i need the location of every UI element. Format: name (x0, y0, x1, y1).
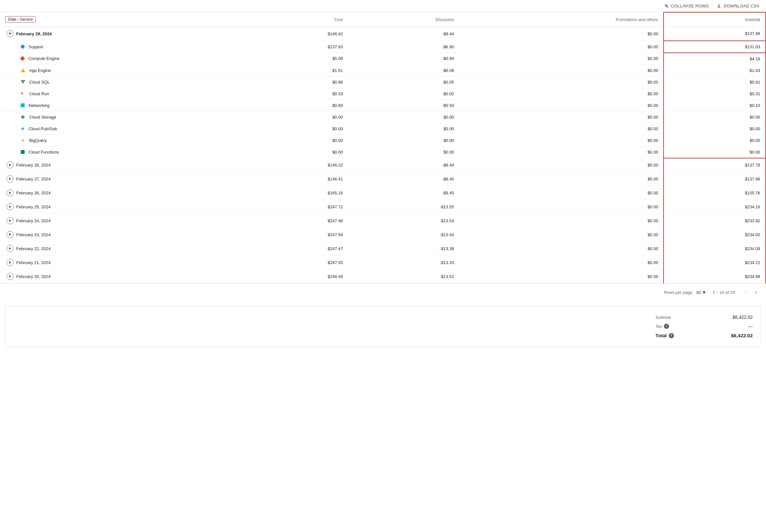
col-header-discounts: Discounts (348, 12, 459, 27)
collapsed-date-cell: February 25, 2024 (0, 200, 249, 214)
expand-row-button[interactable] (6, 189, 14, 196)
expand-row-button[interactable] (6, 245, 14, 252)
chevron-right-icon (9, 177, 11, 180)
service-promotions: $0.00 (459, 88, 664, 99)
prev-page-button[interactable]: ‹ (741, 288, 750, 297)
cloud-pubsub-icon (21, 127, 25, 131)
chevron-right-icon (9, 219, 11, 222)
date-discounts: -$13.38 (348, 242, 459, 256)
expanded-subtotal: $137.98 (664, 27, 766, 41)
rows-per-page-dropdown-icon: ▼ (702, 290, 706, 295)
cloud-sql-icon (21, 80, 25, 84)
expand-row-button[interactable] (6, 231, 14, 238)
expand-row-button[interactable] (6, 273, 14, 280)
service-discounts: -$0.05 (348, 76, 459, 88)
total-row: Total ? $6,422.02 (656, 331, 753, 340)
date-label: February 26, 2024 (16, 191, 51, 195)
expanded-cost: $146.42 (249, 27, 348, 41)
date-subtotal: $234.22 (664, 256, 766, 270)
expand-row-button[interactable] (6, 217, 14, 224)
table-row: February 29, 2024 $146.42 -$8.44 $0.00 $… (0, 27, 766, 41)
subtotal-row: Subtotal $6,422.02 (656, 313, 753, 322)
chevron-right-icon (9, 261, 11, 264)
collapsed-date-cell: February 27, 2024 (0, 172, 249, 186)
table-row: Cloud Pub/Sub $0.00 $0.00 $0.00 $0.00 (0, 123, 766, 134)
date-subtotal: $155.76 (664, 186, 766, 200)
table-row: + Cloud Run $0.33 -$0.02 $0.00 $0.31 (0, 88, 766, 99)
service-discounts: -$0.90 (348, 53, 459, 65)
date-discounts: -$13.33 (348, 256, 459, 270)
date-subtotal: $234.09 (664, 242, 766, 256)
summary-table: Subtotal $6,422.02 Tax ? — Total ? $6,42… (656, 313, 753, 340)
date-discounts: -$13.51 (348, 270, 459, 283)
service-cell: App Engine (0, 64, 249, 76)
date-promotions: $0.00 (459, 200, 664, 214)
page-navigation: ‹ › (741, 288, 761, 297)
service-subtotal: $0.00 (664, 134, 766, 146)
rows-per-page-select[interactable]: 10 ▼ (696, 290, 706, 295)
collapsed-date-cell: February 28, 2024 (0, 158, 249, 172)
expand-row-button[interactable] (6, 259, 14, 266)
service-promotions: $0.00 (459, 99, 664, 111)
service-cost: $0.00 (249, 146, 348, 158)
table-row: February 24, 2024 $247.46 -$13.54 $0.00 … (0, 214, 766, 228)
date-cost: $248.49 (249, 270, 348, 283)
service-subtotal: $4.18 (664, 53, 766, 65)
collapsed-date-cell: February 22, 2024 (0, 242, 249, 256)
table-row: ✱ Cloud Storage $0.00 $0.00 $0.00 $0.00 (0, 111, 766, 123)
collapse-row-button[interactable] (6, 30, 14, 37)
expand-row-button[interactable] (6, 175, 14, 182)
subtotal-value: $6,422.02 (733, 315, 753, 320)
date-subtotal: $137.96 (664, 172, 766, 186)
rows-per-page-value: 10 (696, 290, 701, 295)
col-header-date-service: Date › Service (0, 12, 249, 27)
date-discounts: -$13.55 (348, 200, 459, 214)
date-label: February 27, 2024 (16, 177, 51, 181)
download-csv-button[interactable]: DOWNLOAD CSV (716, 3, 760, 8)
tax-info-icon[interactable]: ? (664, 324, 669, 329)
service-cost: $1.51 (249, 64, 348, 76)
table-row: February 26, 2024 $165.16 -$9.40 $0.00 $… (0, 186, 766, 200)
service-cell: Cloud SQL (0, 76, 249, 88)
service-subtotal: $0.00 (664, 123, 766, 134)
rows-per-page-container: Rows per page: 10 ▼ (664, 290, 706, 295)
service-cell: Networking (0, 99, 249, 111)
table-row: Cloud Functions Toggle node $0.00 $0.00 … (0, 146, 766, 158)
date-label: February 20, 2024 (16, 274, 51, 279)
date-subtotal: $234.00 (664, 228, 766, 242)
date-subtotal: $234.16 (664, 200, 766, 214)
date-label: February 28, 2024 (16, 163, 51, 168)
service-discounts: $0.00 (348, 146, 459, 158)
service-subtotal: $0.31 (664, 88, 766, 99)
total-info-icon[interactable]: ? (669, 333, 674, 338)
expand-row-button[interactable] (6, 161, 14, 168)
expanded-promotions: $0.00 (459, 27, 664, 41)
service-cell: ✱ Cloud Storage (0, 111, 249, 123)
chevron-right-icon (9, 163, 11, 167)
service-name: Cloud Pub/Sub (29, 126, 57, 131)
tax-row: Tax ? — (656, 322, 753, 331)
next-page-button[interactable]: › (752, 288, 761, 297)
table-row: February 25, 2024 $247.72 -$13.55 $0.00 … (0, 200, 766, 214)
collapse-rows-button[interactable]: COLLAPSE ROWS (664, 3, 709, 8)
service-subtotal: $1.43 (664, 64, 766, 76)
date-cost: $146.22 (249, 158, 348, 172)
service-name: Networking (29, 103, 50, 108)
service-promotions: $0.00 (459, 41, 664, 53)
date-discounts: -$13.54 (348, 214, 459, 228)
table-row: February 22, 2024 $247.47 -$13.38 $0.00 … (0, 242, 766, 256)
service-promotions: $0.00 (459, 123, 664, 134)
table-row: February 20, 2024 $248.49 -$13.51 $0.00 … (0, 270, 766, 283)
expand-row-button[interactable] (6, 203, 14, 210)
service-name: App Engine (29, 68, 51, 73)
download-csv-icon (716, 3, 722, 8)
service-promotions: $0.00 (459, 64, 664, 76)
date-label: February 22, 2024 (16, 246, 51, 251)
service-cost: $5.09 (249, 53, 348, 65)
collapsed-date-cell: February 20, 2024 (0, 270, 249, 283)
date-cost: $165.16 (249, 186, 348, 200)
table-row: February 27, 2024 $146.41 -$8.45 $0.00 $… (0, 172, 766, 186)
service-subtotal: $0.10 (664, 99, 766, 111)
table-row: Networking $0.60 -$0.50 $0.00 $0.10 (0, 99, 766, 111)
service-cell: Support (0, 41, 249, 53)
